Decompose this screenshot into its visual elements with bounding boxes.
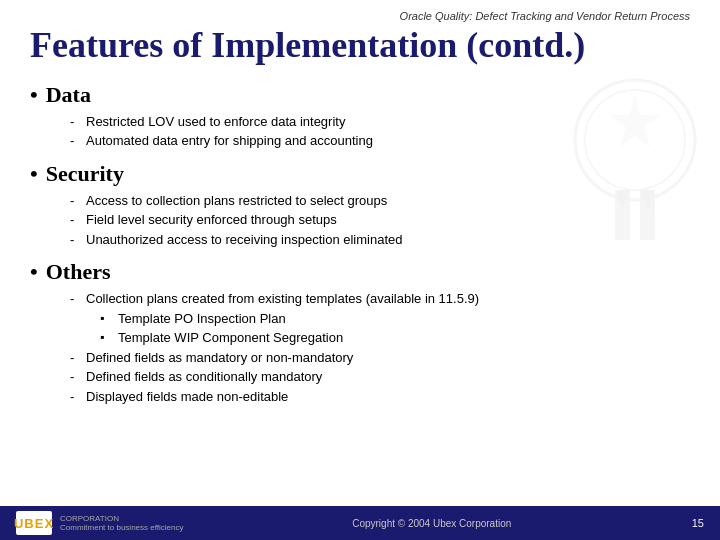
others-item-3: Defined fields as conditionally mandator…	[86, 367, 322, 387]
list-item: - Automated data entry for shipping and …	[70, 131, 690, 151]
list-item: - Unauthorized access to receiving inspe…	[70, 230, 690, 250]
list-item: - Restricted LOV used to enforce data in…	[70, 112, 690, 132]
data-item-1: Restricted LOV used to enforce data inte…	[86, 112, 345, 132]
dash-icon: -	[70, 289, 80, 309]
others-item-1: Collection plans created from existing t…	[86, 289, 479, 309]
footer-corp-text: CORPORATION	[60, 514, 183, 523]
security-header: • Security	[30, 161, 690, 187]
others-sub-items: - Collection plans created from existing…	[70, 289, 690, 406]
others-subsub-2: Template WIP Component Segregation	[118, 328, 343, 348]
footer-logo-box: UBEX	[16, 511, 52, 535]
security-bullet: •	[30, 161, 38, 187]
header-subtitle: Oracle Quality: Defect Tracking and Vend…	[30, 10, 690, 22]
footer-copyright: Copyright © 2004 Ubex Corporation	[183, 518, 680, 529]
dash-icon: -	[70, 131, 80, 151]
dash-icon: -	[70, 387, 80, 407]
footer-logo-text: UBEX	[14, 516, 54, 531]
square-bullet: ▪	[100, 328, 112, 346]
footer-logo-area: UBEX CORPORATION Commitment to business …	[16, 511, 183, 535]
data-title: Data	[46, 82, 91, 108]
data-bullet: •	[30, 82, 38, 108]
list-item: ▪ Template WIP Component Segregation	[100, 328, 690, 348]
others-section: • Others - Collection plans created from…	[30, 259, 690, 406]
data-section: • Data - Restricted LOV used to enforce …	[30, 82, 690, 151]
dash-icon: -	[70, 112, 80, 132]
list-item: - Defined fields as mandatory or non-man…	[70, 348, 690, 368]
footer-tagline: Commitment to business efficiency	[60, 523, 183, 532]
others-header: • Others	[30, 259, 690, 285]
list-item: - Collection plans created from existing…	[70, 289, 690, 309]
others-subsub-1: Template PO Inspection Plan	[118, 309, 286, 329]
data-item-2: Automated data entry for shipping and ac…	[86, 131, 373, 151]
footer-corp-info: CORPORATION Commitment to business effic…	[60, 514, 183, 532]
others-bullet: •	[30, 259, 38, 285]
security-sub-items: - Access to collection plans restricted …	[70, 191, 690, 250]
others-item-4: Displayed fields made non-editable	[86, 387, 288, 407]
square-bullet: ▪	[100, 309, 112, 327]
list-item: - Defined fields as conditionally mandat…	[70, 367, 690, 387]
dash-icon: -	[70, 210, 80, 230]
main-title: Features of Implementation (contd.)	[30, 26, 690, 66]
security-item-1: Access to collection plans restricted to…	[86, 191, 387, 211]
dash-icon: -	[70, 191, 80, 211]
others-title: Others	[46, 259, 111, 285]
slide: Oracle Quality: Defect Tracking and Vend…	[0, 0, 720, 540]
list-item: - Displayed fields made non-editable	[70, 387, 690, 407]
others-item-2: Defined fields as mandatory or non-manda…	[86, 348, 353, 368]
data-sub-items: - Restricted LOV used to enforce data in…	[70, 112, 690, 151]
list-item: - Access to collection plans restricted …	[70, 191, 690, 211]
dash-icon: -	[70, 367, 80, 387]
footer-page-number: 15	[680, 517, 704, 529]
footer: UBEX CORPORATION Commitment to business …	[0, 506, 720, 540]
list-item: - Field level security enforced through …	[70, 210, 690, 230]
dash-icon: -	[70, 230, 80, 250]
dash-icon: -	[70, 348, 80, 368]
security-section: • Security - Access to collection plans …	[30, 161, 690, 250]
list-item: ▪ Template PO Inspection Plan	[100, 309, 690, 329]
data-header: • Data	[30, 82, 690, 108]
security-item-2: Field level security enforced through se…	[86, 210, 337, 230]
security-title: Security	[46, 161, 124, 187]
security-item-3: Unauthorized access to receiving inspect…	[86, 230, 403, 250]
others-sub-sub-items: ▪ Template PO Inspection Plan ▪ Template…	[100, 309, 690, 348]
